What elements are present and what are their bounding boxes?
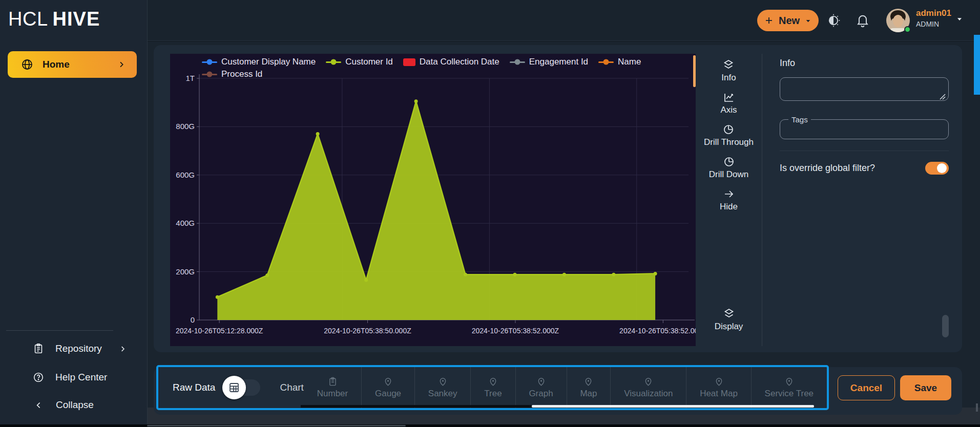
rail-item-axis[interactable]: Axis (720, 91, 737, 115)
app-logo: HCLHIVE (8, 8, 100, 30)
legend-marker (403, 58, 415, 66)
svg-text:400G: 400G (176, 219, 195, 227)
rail-item-label: Drill Through (704, 137, 754, 147)
arrow-right-icon (723, 188, 735, 200)
tab-graph[interactable]: Graph (516, 367, 567, 408)
sidebar-item-repository[interactable]: Repository (0, 338, 147, 359)
user-menu[interactable]: admin01 ADMIN (916, 8, 951, 28)
map-pin-icon (536, 377, 546, 387)
rail-item-drill-down[interactable]: Drill Down (709, 156, 748, 180)
legend-marker (202, 61, 217, 63)
sidebar-item-home[interactable]: Home (8, 51, 137, 78)
save-button[interactable]: Save (900, 375, 951, 400)
chart-legend: Customer Display Name Customer Id Data C… (170, 57, 696, 79)
legend-label: Data Collection Date (420, 57, 499, 67)
sidebar-item-label: Help Center (55, 372, 107, 383)
svg-text:2024-10-26T05:38:52.000Z: 2024-10-26T05:38:52.000Z (619, 327, 696, 335)
tab-label: Sankey (428, 389, 457, 399)
rail-item-label: Hide (720, 202, 738, 212)
layers-icon (722, 59, 735, 71)
chevron-right-icon (117, 60, 126, 69)
visualization-tabs: Number Gauge Sankey Tree Graph (317, 367, 827, 408)
info-textarea[interactable] (780, 77, 949, 101)
tags-input[interactable] (785, 124, 943, 133)
tabs-scrollbar-thumb[interactable] (532, 405, 814, 408)
tabs-scrollbar[interactable] (301, 405, 814, 408)
legend-item[interactable]: Engagement Id (510, 57, 588, 67)
legend-item[interactable]: Data Collection Date (403, 57, 499, 67)
clipboard-icon (328, 377, 338, 387)
tab-label: Map (580, 389, 597, 399)
clipboard-icon (16, 343, 44, 354)
user-avatar[interactable] (886, 9, 910, 32)
svg-text:0: 0 (191, 315, 195, 324)
tab-heat-map[interactable]: Heat Map (686, 367, 751, 408)
svg-text:200G: 200G (176, 267, 195, 276)
legend-label: Customer Id (345, 57, 393, 67)
toggle-knob-table-icon (222, 376, 246, 399)
user-name: admin01 (916, 8, 951, 18)
map-pin-icon (383, 377, 393, 387)
legend-marker (598, 61, 614, 63)
legend-label: Engagement Id (529, 57, 588, 67)
svg-text:600G: 600G (176, 170, 195, 179)
page-horizontal-scrollbar-thumb[interactable] (147, 425, 406, 426)
override-filter-toggle[interactable] (925, 162, 949, 175)
map-pin-icon (583, 377, 593, 387)
new-button[interactable]: New (757, 10, 819, 31)
tab-label: Tree (484, 389, 502, 399)
page-vertical-scrollbar-track (976, 403, 978, 412)
tab-visualization[interactable]: Visualization (611, 367, 686, 408)
logo-hcl: HCL (8, 8, 48, 30)
help-circle-icon (16, 372, 44, 383)
user-role: ADMIN (916, 20, 951, 28)
sidebar: HCLHIVE Home Repository (0, 0, 147, 424)
notifications-bell-icon[interactable] (856, 13, 870, 28)
tab-sankey[interactable]: Sankey (415, 367, 471, 408)
tab-map[interactable]: Map (567, 367, 611, 408)
globe-icon (21, 58, 33, 71)
map-pin-icon (784, 377, 794, 387)
rail-item-hide[interactable]: Hide (720, 188, 738, 212)
tab-label: Gauge (375, 389, 401, 399)
caret-down-icon (805, 17, 811, 24)
rail-item-info[interactable]: Info (721, 59, 736, 83)
tab-service-tree[interactable]: Service Tree (752, 367, 827, 408)
sidebar-item-help-center[interactable]: Help Center (0, 367, 147, 388)
theme-contrast-icon[interactable] (826, 13, 841, 28)
legend-item[interactable]: Process Id (202, 69, 262, 79)
tab-label: Number (317, 389, 348, 399)
cancel-button[interactable]: Cancel (838, 375, 895, 400)
sidebar-item-label: Repository (55, 343, 102, 354)
svg-text:2024-10-26T05:38:52.000Z: 2024-10-26T05:38:52.000Z (472, 327, 559, 335)
user-caret-down-icon[interactable] (956, 15, 963, 23)
legend-item[interactable]: Customer Display Name (202, 57, 316, 67)
panel-scrollbar-thumb[interactable] (942, 315, 949, 337)
legend-item[interactable]: Name (598, 57, 641, 67)
rail-item-label: Display (715, 322, 743, 332)
legend-item[interactable]: Customer Id (326, 57, 393, 67)
plus-icon (764, 16, 774, 25)
sidebar-item-collapse[interactable]: Collapse (0, 394, 147, 416)
raw-data-toggle[interactable] (223, 379, 260, 396)
tab-gauge[interactable]: Gauge (362, 367, 415, 408)
rail-item-drill-through[interactable]: Drill Through (704, 123, 754, 147)
chart-svg[interactable]: 0200G400G600G800G1T2024-10-26T05:12:28.0… (170, 54, 696, 346)
legend-label: Customer Display Name (221, 57, 316, 67)
pie-clock-icon (723, 156, 735, 168)
tab-chart[interactable]: Chart (280, 382, 303, 393)
page-vertical-scrollbar-thumb[interactable] (974, 35, 980, 95)
tabs-scrollbar-track (301, 405, 532, 408)
tab-number[interactable]: Number (317, 367, 362, 408)
tags-field[interactable]: Tags (780, 115, 949, 139)
raw-data-label: Raw Data (173, 382, 215, 393)
legend-label: Process Id (221, 69, 262, 79)
tab-label: Heat Map (700, 389, 738, 399)
tab-tree[interactable]: Tree (471, 367, 515, 408)
tab-label: Service Tree (765, 389, 814, 399)
info-label: Info (780, 58, 949, 69)
chevron-left-icon (18, 401, 43, 410)
rail-item-label: Axis (720, 105, 737, 115)
rail-item-display[interactable]: Display (715, 308, 743, 332)
rail-item-label: Info (721, 73, 736, 83)
